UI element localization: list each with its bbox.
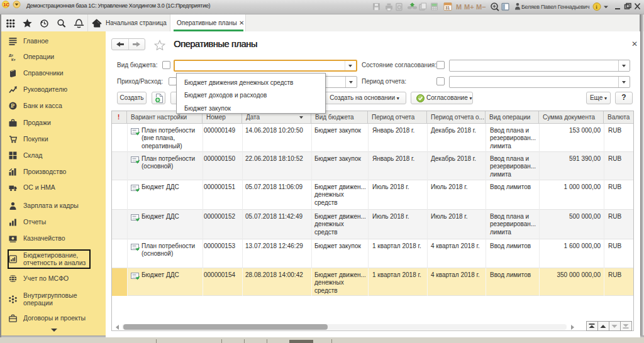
svg-text:M−: M− <box>476 3 486 11</box>
svg-text:1С: 1С <box>3 2 9 8</box>
svg-text:Дт: Дт <box>9 53 13 57</box>
svg-text:Р: Р <box>11 102 15 109</box>
svg-text:M+: M+ <box>464 3 474 11</box>
svg-text:M: M <box>456 3 462 11</box>
svg-text:Кт: Кт <box>11 58 16 61</box>
svg-text:31: 31 <box>445 6 450 10</box>
